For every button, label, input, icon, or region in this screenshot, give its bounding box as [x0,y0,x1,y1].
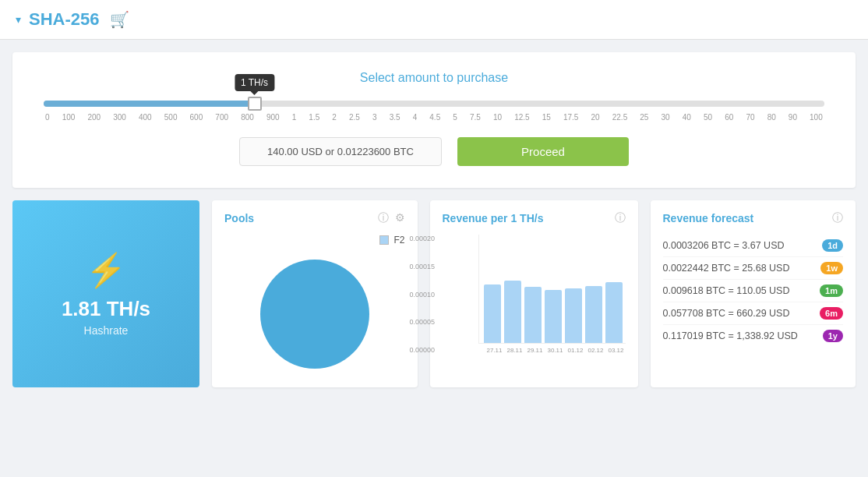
tick: 900 [266,113,280,122]
forecast-rows: 0.0003206 BTC = 3.67 USD1d0.0022442 BTC … [663,235,844,347]
bar-item [545,290,562,343]
forecast-value: 0.009618 BTC = 110.05 USD [663,285,790,296]
price-display: 140.00 USD or 0.01223600 BTC [239,137,442,166]
tick: 60 [725,113,733,122]
bar-item [524,287,542,343]
hashrate-value: 1.81 TH/s [62,297,150,321]
chevron-icon: ▾ [16,13,21,26]
period-badge: 1d [822,239,843,252]
pie-container: F2 [224,235,405,376]
svg-point-0 [260,260,369,369]
slider-title: Select amount to purchase [44,71,824,85]
tick: 3.5 [390,113,400,122]
cards-row: ⚡ 1.81 TH/s Hashrate Pools ⓘ ⚙ F2 [12,200,856,387]
tick: 800 [241,113,254,122]
tick: 40 [683,113,691,122]
slider-fill [44,101,255,107]
x-label: 28.11 [506,347,524,354]
slider-tooltip: 1 TH/s [235,74,274,91]
forecast-value: 0.0022442 BTC = 25.68 USD [663,263,790,274]
forecast-value: 0.117019 BTC = 1,338.92 USD [663,330,798,341]
x-label: 29.11 [527,347,544,354]
slider-actions: 140.00 USD or 0.01223600 BTC Proceed [44,137,824,166]
main-content: Select amount to purchase 1 TH/s 0 100 2… [0,40,868,400]
lightning-icon: ⚡ [86,251,126,289]
tick: 4.5 [429,113,440,122]
pools-card-title: Pools [224,212,254,224]
bar-item [565,288,582,343]
pools-card: Pools ⓘ ⚙ F2 [212,200,418,387]
pools-settings-icon[interactable]: ⚙ [395,211,405,225]
bar-item [605,282,623,343]
forecast-card-header: Revenue forecast ⓘ [663,211,844,225]
forecast-card-icons: ⓘ [832,211,843,225]
tick: 1.5 [309,113,319,122]
tick: 0 [45,113,50,122]
y-axis-labels: 0.00020 0.00015 0.00010 0.00005 0.00000 [410,235,436,354]
bar-chart: 0.00020 0.00015 0.00010 0.00005 0.00000 [443,235,626,359]
tick: 4 [413,113,418,122]
tick: 25 [640,113,648,122]
slider-thumb[interactable] [248,97,262,111]
forecast-info-icon[interactable]: ⓘ [832,211,843,225]
tick: 12.5 [514,113,529,122]
hashrate-label: Hashrate [84,324,129,337]
revenue-card-title: Revenue per 1 TH/s [443,212,544,224]
period-badge: 6m [820,307,843,320]
legend-box [379,235,389,245]
y-label: 0.00000 [410,346,436,354]
tick: 500 [164,113,178,122]
bar-chart-area [478,235,626,344]
forecast-row: 0.009618 BTC = 110.05 USD1m [663,280,844,302]
tick: 5 [453,113,457,122]
cart-icon[interactable]: 🛒 [110,10,129,29]
revenue-info-icon[interactable]: ⓘ [615,211,626,225]
tick: 7.5 [470,113,481,122]
y-label: 0.00005 [410,318,436,326]
tick: 70 [746,113,754,122]
period-badge: 1w [820,262,843,274]
revenue-card-header: Revenue per 1 TH/s ⓘ [443,211,626,225]
pools-card-icons: ⓘ ⚙ [378,211,405,225]
slider-track[interactable] [44,101,824,107]
x-axis-labels: 27.11 28.11 29.11 30.11 01.12 02.12 03.1… [486,347,626,354]
tick: 80 [767,113,776,122]
period-badge: 1y [823,330,843,342]
header: ▾ SHA-256 🛒 [0,0,868,40]
tick: 700 [215,113,228,122]
bar-item [585,286,602,343]
tick: 200 [87,113,101,122]
tick: 90 [789,113,797,122]
x-label: 27.11 [486,347,503,354]
y-label: 0.00015 [410,263,436,270]
page-title: SHA-256 [29,9,99,30]
tick: 17.5 [563,113,578,122]
tick: 100 [62,113,76,122]
tick: 20 [591,113,600,122]
legend-label: F2 [393,235,404,246]
forecast-row: 0.0022442 BTC = 25.68 USD1w [663,257,844,280]
proceed-button[interactable]: Proceed [457,137,629,166]
pie-chart [252,252,377,376]
pools-info-icon[interactable]: ⓘ [378,211,389,225]
x-label: 02.12 [587,347,605,354]
slider-card: Select amount to purchase 1 TH/s 0 100 2… [12,52,856,188]
x-label: 03.12 [608,347,625,354]
forecast-value: 0.0003206 BTC = 3.67 USD [663,240,785,251]
tick: 30 [662,113,670,122]
slider-ticks: 0 100 200 300 400 500 600 700 800 900 1 … [44,113,824,122]
y-label: 0.00010 [410,291,436,299]
slider-wrapper: 1 TH/s [44,101,824,107]
tick: 600 [190,113,203,122]
hashrate-card: ⚡ 1.81 TH/s Hashrate [12,200,199,387]
bar-item [504,281,521,343]
tick: 400 [139,113,152,122]
forecast-card-title: Revenue forecast [663,212,754,224]
period-badge: 1m [820,284,843,297]
pie-legend: F2 [379,235,404,246]
revenue-forecast-card: Revenue forecast ⓘ 0.0003206 BTC = 3.67 … [651,200,856,387]
forecast-row: 0.057708 BTC = 660.29 USD6m [663,302,844,325]
revenue-card-icons: ⓘ [615,211,626,225]
tick: 2 [332,113,337,122]
tick: 50 [704,113,712,122]
